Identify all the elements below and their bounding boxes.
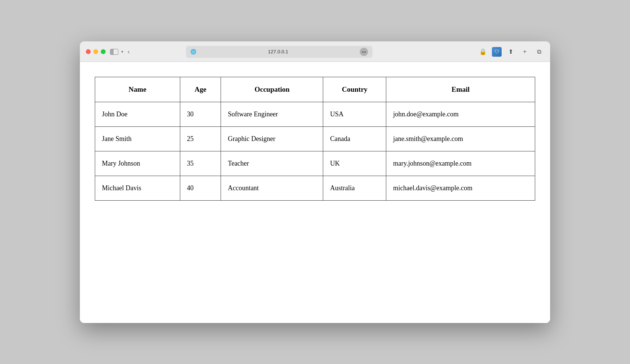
- table-header-row: Name Age Occupation Country Email: [95, 77, 535, 102]
- cell-country: UK: [323, 151, 386, 176]
- col-header-name: Name: [95, 77, 180, 102]
- table-row: Jane Smith25Graphic DesignerCanadajane.s…: [95, 126, 535, 151]
- cell-email: michael.davis@example.com: [386, 176, 535, 200]
- cell-name: Jane Smith: [95, 126, 180, 151]
- col-header-occupation: Occupation: [221, 77, 323, 102]
- cell-country: Canada: [323, 126, 386, 151]
- cell-name: Michael Davis: [95, 176, 180, 200]
- new-tab-icon[interactable]: ＋: [520, 47, 530, 57]
- cell-email: jane.smith@example.com: [386, 126, 535, 151]
- close-button[interactable]: [86, 49, 91, 54]
- lock-icon[interactable]: 🔒: [478, 47, 488, 57]
- maximize-button[interactable]: [101, 49, 106, 54]
- cell-country: USA: [323, 102, 386, 126]
- browser-controls: ▾ ‹: [110, 48, 131, 56]
- cell-occupation: Teacher: [221, 151, 323, 176]
- browser-content: Name Age Occupation Country Email John D…: [80, 62, 550, 323]
- browser-chrome: ▾ ‹ 🌐 127.0.0.1 ••• 🔒 🛡 ⬆ ＋ ⧉: [80, 41, 550, 62]
- address-bar[interactable]: 🌐 127.0.0.1 •••: [186, 46, 372, 58]
- sidebar-toggle-button[interactable]: [110, 49, 118, 55]
- cell-age: 30: [180, 102, 221, 126]
- cell-name: Mary Johnson: [95, 151, 180, 176]
- tabs-icon[interactable]: ⧉: [534, 47, 544, 57]
- address-text: 127.0.0.1: [199, 49, 357, 54]
- options-button[interactable]: •••: [360, 48, 368, 56]
- table-row: Michael Davis40AccountantAustraliamichae…: [95, 176, 535, 200]
- cell-age: 25: [180, 126, 221, 151]
- browser-window: ▾ ‹ 🌐 127.0.0.1 ••• 🔒 🛡 ⬆ ＋ ⧉ Name Age O…: [80, 41, 550, 323]
- back-button[interactable]: ‹: [126, 48, 131, 56]
- col-header-country: Country: [323, 77, 386, 102]
- traffic-lights: [86, 49, 106, 54]
- col-header-age: Age: [180, 77, 221, 102]
- table-row: John Doe30Software EngineerUSAjohn.doe@e…: [95, 102, 535, 126]
- cell-occupation: Accountant: [221, 176, 323, 200]
- data-table: Name Age Occupation Country Email John D…: [95, 77, 535, 201]
- cell-age: 35: [180, 151, 221, 176]
- cell-name: John Doe: [95, 102, 180, 126]
- cell-age: 40: [180, 176, 221, 200]
- cell-occupation: Graphic Designer: [221, 126, 323, 151]
- cell-email: mary.johnson@example.com: [386, 151, 535, 176]
- browser-actions: 🔒 🛡 ⬆ ＋ ⧉: [478, 47, 544, 57]
- chevron-down-icon[interactable]: ▾: [121, 49, 124, 54]
- globe-icon: 🌐: [190, 49, 196, 54]
- share-icon[interactable]: ⬆: [505, 47, 516, 57]
- shield-icon[interactable]: 🛡: [492, 47, 502, 57]
- col-header-email: Email: [386, 77, 535, 102]
- cell-occupation: Software Engineer: [221, 102, 323, 126]
- cell-country: Australia: [323, 176, 386, 200]
- minimize-button[interactable]: [93, 49, 98, 54]
- table-row: Mary Johnson35TeacherUKmary.johnson@exam…: [95, 151, 535, 176]
- cell-email: john.doe@example.com: [386, 102, 535, 126]
